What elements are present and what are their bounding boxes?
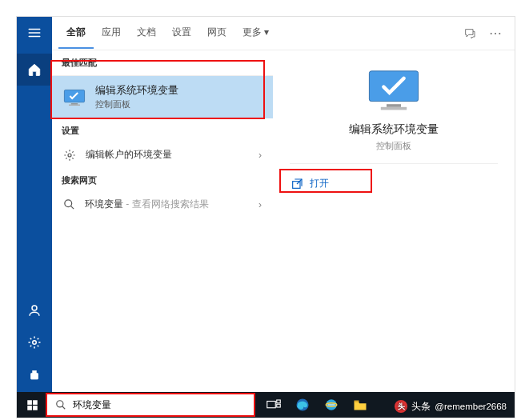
svg-point-0 — [32, 306, 37, 310]
watermark: 头 头条@remember2668 — [395, 400, 507, 413]
svg-rect-5 — [71, 103, 78, 104]
svg-rect-19 — [277, 400, 281, 403]
web-query: 环境变量 — [85, 198, 123, 210]
start-button[interactable] — [17, 392, 47, 418]
task-view-icon[interactable] — [262, 392, 286, 418]
detail-title: 编辑系统环境变量 — [349, 122, 439, 137]
search-icon — [63, 198, 75, 210]
svg-point-1 — [33, 341, 37, 345]
tab-apps[interactable]: 应用 — [94, 18, 129, 49]
section-settings: 设置 — [52, 118, 273, 142]
search-tabs: 全部 应用 文档 设置 网页 更多▾ ⋯ — [52, 17, 515, 50]
power-icon[interactable] — [17, 358, 52, 390]
svg-rect-14 — [33, 400, 38, 405]
explorer-icon[interactable] — [348, 392, 372, 418]
settings-result-item[interactable]: 编辑帐户的环境变量 › — [52, 142, 273, 168]
search-icon — [55, 399, 66, 410]
svg-rect-20 — [277, 404, 281, 407]
svg-rect-13 — [27, 400, 32, 405]
open-icon — [291, 178, 303, 190]
watermark-avatar-icon: 头 — [395, 400, 407, 413]
open-label: 打开 — [310, 177, 329, 190]
chevron-right-icon: › — [258, 199, 262, 210]
home-icon[interactable] — [17, 54, 52, 86]
more-options-icon[interactable]: ⋯ — [483, 21, 508, 46]
taskbar-search[interactable] — [47, 394, 254, 415]
svg-rect-18 — [267, 402, 276, 408]
web-result-item[interactable]: 环境变量 - 查看网络搜索结果 › — [52, 191, 273, 218]
svg-rect-15 — [27, 406, 32, 410]
web-suffix: - 查看网络搜索结果 — [126, 198, 208, 210]
gear-icon — [63, 149, 76, 162]
taskbar-icons — [262, 392, 372, 418]
menu-icon[interactable] — [17, 17, 52, 49]
search-results: 最佳匹配 编辑系统环境变量 控制面板 设置 编辑帐户的环境变量 › 搜索网页 环… — [52, 50, 273, 418]
svg-rect-24 — [355, 400, 359, 402]
tab-all[interactable]: 全部 — [58, 18, 94, 49]
svg-point-17 — [57, 401, 63, 407]
svg-rect-6 — [69, 104, 80, 105]
svg-rect-11 — [381, 107, 407, 110]
monitor-large-icon — [365, 68, 423, 114]
settings-item-label: 编辑帐户的环境变量 — [86, 148, 172, 162]
svg-point-7 — [68, 154, 71, 157]
tab-settings[interactable]: 设置 — [164, 18, 199, 49]
svg-rect-3 — [33, 371, 37, 374]
svg-rect-10 — [387, 104, 401, 107]
detail-subtitle: 控制面板 — [376, 140, 411, 152]
feedback-icon[interactable] — [457, 21, 483, 46]
search-input[interactable] — [73, 399, 246, 410]
best-match-title: 编辑系统环境变量 — [95, 84, 178, 98]
svg-point-8 — [65, 200, 72, 207]
svg-rect-16 — [33, 406, 38, 410]
settings-rail-icon[interactable] — [17, 326, 52, 358]
ie-icon[interactable] — [319, 392, 343, 418]
open-action[interactable]: 打开 — [284, 172, 372, 195]
best-match-subtitle: 控制面板 — [95, 99, 178, 110]
section-best-match: 最佳匹配 — [52, 50, 273, 74]
tab-more[interactable]: 更多▾ — [234, 18, 277, 49]
section-search-web: 搜索网页 — [52, 168, 273, 191]
detail-pane: 编辑系统环境变量 控制面板 打开 — [273, 50, 515, 418]
best-match-item[interactable]: 编辑系统环境变量 控制面板 — [52, 76, 273, 118]
user-icon[interactable] — [17, 294, 52, 326]
monitor-icon — [63, 89, 86, 106]
tab-documents[interactable]: 文档 — [129, 18, 164, 49]
tab-web[interactable]: 网页 — [199, 18, 234, 49]
start-menu-rail — [17, 17, 52, 418]
chevron-right-icon: › — [258, 150, 262, 161]
svg-rect-2 — [31, 374, 38, 380]
edge-icon[interactable] — [291, 392, 315, 418]
